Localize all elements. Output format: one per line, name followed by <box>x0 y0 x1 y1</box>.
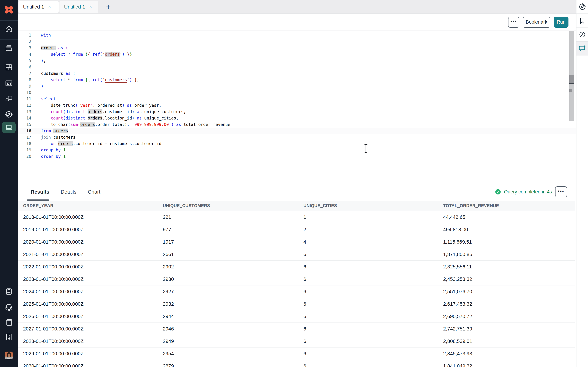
line-number: 18 <box>18 141 31 147</box>
left-sidebar <box>0 0 18 367</box>
table-cell: 494,818.00 <box>438 227 575 233</box>
code-line[interactable]: 3orders as ( <box>18 45 576 51</box>
table-row[interactable]: 2020-01-01T00:00:00.000Z191741,115,869.5… <box>18 236 575 248</box>
code-line-content: to_char(sum(orders.order_total), '999,99… <box>41 121 576 128</box>
sidebar-item-organization[interactable] <box>0 331 18 343</box>
hex-logo[interactable] <box>0 3 18 17</box>
tab-details[interactable]: Details <box>61 189 77 195</box>
results-more-button[interactable]: ••• <box>555 186 567 197</box>
code-line-content: join customers <box>41 134 576 141</box>
tab-chart[interactable]: Chart <box>88 189 100 195</box>
sidebar-item-support[interactable] <box>0 300 18 313</box>
code-lines: 1with23orders as (4select * from {{ ref(… <box>18 32 576 159</box>
table-cell: 2026-01-01T00:00:00.000Z <box>18 314 157 319</box>
table-cell: 6 <box>298 289 438 294</box>
table-cell: 2,617,453.32 <box>438 301 575 307</box>
table-cell: 2946 <box>157 326 298 332</box>
table-row[interactable]: 2027-01-01T00:00:00.000Z294662,742,751.3… <box>18 323 575 335</box>
code-line-content: from orders <box>41 128 576 134</box>
code-line[interactable]: 9) <box>18 83 576 89</box>
new-tab-button[interactable]: + <box>103 1 114 13</box>
code-line[interactable]: 18on orders.customer_id = customers.cust… <box>18 141 576 147</box>
table-cell: 2,808,539.01 <box>438 338 575 344</box>
column-header[interactable]: ORDER_YEAR <box>18 203 157 208</box>
sidebar-item-apps[interactable] <box>0 61 18 74</box>
sidebar-item-explore-right[interactable] <box>577 0 588 14</box>
code-line[interactable]: 1with <box>18 32 576 38</box>
check-circle-icon <box>495 189 501 195</box>
sidebar-item-windows[interactable] <box>0 92 18 105</box>
table-cell: 2,845,473.93 <box>438 351 575 357</box>
code-line[interactable]: 13count(distinct orders.customer_id) as … <box>18 108 576 115</box>
column-header[interactable]: TOTAL_ORDER_REVENUE <box>438 203 575 208</box>
table-row[interactable]: 2028-01-01T00:00:00.000Z294962,808,539.0… <box>18 335 575 348</box>
user-avatar[interactable] <box>5 351 13 359</box>
column-header[interactable]: UNIQUE_CITIES <box>298 203 438 208</box>
doc-tab-2[interactable]: Untitled 1 × <box>60 1 98 13</box>
line-number: 7 <box>18 70 31 77</box>
tab-results[interactable]: Results <box>31 189 49 195</box>
text-caret <box>68 128 68 133</box>
code-line[interactable]: 15to_char(sum(orders.order_total), '999,… <box>18 121 576 128</box>
code-line-content: ), <box>41 58 576 64</box>
code-line[interactable]: 11select <box>18 96 576 102</box>
line-number: 16 <box>18 128 31 134</box>
code-line[interactable]: 14count(distinct orders.location_id) as … <box>18 115 576 121</box>
more-options-button[interactable]: ••• <box>508 17 519 28</box>
code-line-content: count(distinct orders.customer_id) as un… <box>41 108 576 115</box>
table-row[interactable]: 2029-01-01T00:00:00.000Z295462,845,473.9… <box>18 348 575 360</box>
sidebar-item-notebook-active[interactable] <box>2 122 16 133</box>
line-number: 4 <box>18 51 31 58</box>
code-line[interactable]: 8select * from {{ ref('customers') }} <box>18 77 576 83</box>
code-line[interactable]: 10 <box>18 89 576 96</box>
code-line[interactable]: 2 <box>18 38 576 45</box>
code-line[interactable]: 5), <box>18 58 576 64</box>
line-number: 2 <box>18 38 31 45</box>
doc-tab-1[interactable]: Untitled 1 × <box>18 1 59 13</box>
table-cell: 6 <box>298 251 438 257</box>
code-line-active[interactable]: 16from orders <box>18 128 576 134</box>
sidebar-item-explore[interactable] <box>0 108 18 121</box>
table-cell: 2,742,751.39 <box>438 326 575 332</box>
book-icon <box>5 318 13 326</box>
code-line[interactable]: 19group by 1 <box>18 147 576 153</box>
code-line[interactable]: 4select * from {{ ref('orders') }} <box>18 51 576 58</box>
sidebar-item-code[interactable] <box>0 77 18 90</box>
code-line[interactable]: 6 <box>18 64 576 70</box>
sidebar-item-bookmarks[interactable] <box>577 14 588 28</box>
code-line[interactable]: 17join customers <box>18 134 576 141</box>
bookmark-button[interactable]: Bookmark <box>523 17 550 28</box>
code-line[interactable]: 20order by 1 <box>18 153 576 159</box>
table-row[interactable]: 2019-01-01T00:00:00.000Z9772494,818.00 <box>18 223 575 236</box>
table-row[interactable]: 2023-01-01T00:00:00.000Z293062,453,253.3… <box>18 273 575 285</box>
table-cell: 2954 <box>157 351 298 357</box>
sidebar-item-home[interactable] <box>0 23 18 35</box>
sidebar-item-data[interactable] <box>0 42 18 54</box>
sidebar-item-history[interactable] <box>577 28 588 42</box>
table-row[interactable]: 2024-01-01T00:00:00.000Z292762,551,076.7… <box>18 285 575 298</box>
compass-icon <box>5 110 13 118</box>
table-row[interactable]: 2022-01-01T00:00:00.000Z290262,325,556.1… <box>18 261 575 273</box>
code-line-content: on orders.customer_id = customers.custom… <box>41 141 576 147</box>
table-cell: 6 <box>298 351 438 357</box>
close-icon[interactable]: × <box>48 4 51 9</box>
close-icon[interactable]: × <box>89 4 92 9</box>
sidebar-item-clipboard[interactable] <box>0 285 18 298</box>
column-header[interactable]: UNIQUE_CUSTOMERS <box>157 203 298 208</box>
table-cell: 2944 <box>157 314 298 319</box>
right-sidebar <box>576 0 588 367</box>
run-button[interactable]: Run <box>554 17 569 28</box>
headset-icon <box>5 303 13 311</box>
code-line[interactable]: 12date_trunc('year', ordered_at) as orde… <box>18 102 576 108</box>
table-row[interactable]: 2018-01-01T00:00:00.000Z221144,442.65 <box>18 211 575 223</box>
table-row[interactable]: 2030-01-01T00:00:00.000Z287961,841,049.3… <box>18 360 575 367</box>
table-row[interactable]: 2026-01-01T00:00:00.000Z294462,690,570.7… <box>18 310 575 323</box>
table-row[interactable]: 2025-01-01T00:00:00.000Z293262,617,453.3… <box>18 298 575 310</box>
code-line[interactable]: 7customers as ( <box>18 70 576 77</box>
sidebar-item-docs[interactable] <box>0 316 18 328</box>
sidebar-divider <box>0 58 18 58</box>
sidebar-item-ai-chat[interactable] <box>577 42 588 56</box>
table-cell: 2,690,570.72 <box>438 314 575 319</box>
sql-editor[interactable]: 1with23orders as (4select * from {{ ref(… <box>18 31 576 183</box>
table-row[interactable]: 2021-01-01T00:00:00.000Z266161,871,800.8… <box>18 248 575 261</box>
